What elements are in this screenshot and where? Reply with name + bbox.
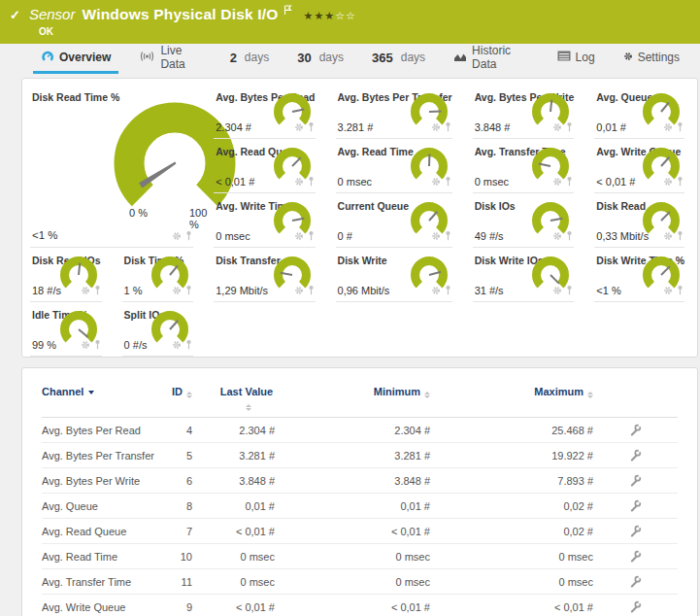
tab-overview-label: Overview bbox=[59, 51, 111, 64]
pin-icon[interactable] bbox=[307, 119, 316, 136]
pin-icon[interactable] bbox=[307, 227, 316, 245]
table-row: Avg. Bytes Per Read42.304 #2.304 #25.468… bbox=[42, 418, 678, 443]
gear-icon[interactable] bbox=[172, 282, 182, 299]
gear-icon[interactable] bbox=[294, 173, 304, 190]
pin-icon[interactable] bbox=[444, 282, 452, 299]
gauge-cell: Disk Read IOs18 #/s bbox=[30, 248, 102, 302]
pin-icon[interactable] bbox=[184, 336, 193, 354]
pin-icon[interactable] bbox=[676, 227, 684, 245]
gauge-cell: Current Queue0 # bbox=[336, 193, 452, 248]
gear-icon[interactable] bbox=[431, 119, 441, 136]
gauge-value: <1 % bbox=[596, 285, 620, 296]
gear-icon[interactable] bbox=[81, 282, 90, 299]
gear-icon[interactable] bbox=[663, 282, 673, 299]
table-header-row: Channel ID Last Value Minimum Maximum bbox=[42, 380, 678, 418]
gauge-cell: Disk Transfer1,29 Mbit/s bbox=[214, 248, 315, 302]
tab-30-days-number: 30 bbox=[297, 51, 311, 65]
wrench-icon[interactable] bbox=[629, 575, 642, 588]
gear-icon[interactable] bbox=[552, 173, 562, 190]
pin-icon[interactable] bbox=[565, 173, 574, 190]
gauge-cell: Avg. Queue0,01 # bbox=[594, 85, 684, 139]
cell-last-value: < 0,01 # bbox=[192, 526, 275, 537]
cell-id: 7 bbox=[163, 526, 192, 537]
gear-icon[interactable] bbox=[552, 282, 562, 299]
pin-icon[interactable] bbox=[565, 227, 574, 245]
gauge-value: 0 #/s bbox=[124, 339, 148, 351]
gauge-cell: Disk Write IOs31 #/s bbox=[473, 248, 575, 302]
wrench-icon[interactable] bbox=[629, 550, 642, 563]
wrench-icon[interactable] bbox=[629, 449, 642, 462]
gauge-cell: Avg. Bytes Per Transfer3.281 # bbox=[336, 85, 452, 139]
tab-live-data[interactable]: Live Data bbox=[131, 44, 209, 74]
tab-overview[interactable]: Overview bbox=[33, 44, 118, 74]
gear-icon[interactable] bbox=[552, 119, 562, 136]
tab-30-days[interactable]: 30 days bbox=[289, 44, 351, 74]
gear-icon[interactable] bbox=[431, 227, 441, 245]
cell-channel: Avg. Bytes Per Read bbox=[42, 425, 163, 436]
cell-last-value: 3.848 # bbox=[192, 475, 275, 487]
tab-settings[interactable]: Settings bbox=[616, 44, 687, 74]
pin-icon[interactable] bbox=[93, 282, 102, 299]
pin-icon[interactable] bbox=[676, 282, 684, 299]
cell-minimum: 0 msec bbox=[275, 576, 430, 588]
column-header-last-value[interactable]: Last Value bbox=[192, 386, 275, 411]
column-header-id[interactable]: ID bbox=[163, 386, 192, 398]
pin-icon[interactable] bbox=[676, 119, 684, 136]
gear-icon[interactable] bbox=[663, 173, 673, 190]
column-header-channel[interactable]: Channel bbox=[42, 386, 163, 397]
table-row: Avg. Transfer Time110 msec0 msec0 msec bbox=[42, 569, 678, 595]
priority-stars[interactable]: ★★★☆☆ bbox=[304, 10, 356, 22]
gear-icon[interactable] bbox=[294, 227, 304, 245]
pin-icon[interactable] bbox=[307, 173, 316, 190]
flag-icon[interactable] bbox=[283, 2, 292, 19]
gauge-value: 0 # bbox=[338, 230, 352, 242]
status-badge: OK bbox=[39, 26, 690, 37]
tab-log[interactable]: Log bbox=[550, 44, 603, 74]
gear-icon[interactable] bbox=[294, 282, 304, 299]
pin-icon[interactable] bbox=[676, 173, 684, 190]
gear-icon[interactable] bbox=[172, 336, 182, 354]
wrench-icon[interactable] bbox=[629, 499, 642, 512]
column-header-minimum[interactable]: Minimum bbox=[275, 386, 430, 398]
wrench-icon[interactable] bbox=[629, 525, 642, 537]
gear-icon[interactable] bbox=[663, 227, 673, 245]
pin-icon[interactable] bbox=[444, 227, 452, 245]
pin-icon[interactable] bbox=[444, 173, 452, 190]
cell-channel: Avg. Read Queue bbox=[42, 526, 163, 537]
cell-last-value: 0 msec bbox=[192, 551, 275, 563]
gear-icon[interactable] bbox=[431, 282, 441, 299]
gear-icon[interactable] bbox=[552, 227, 562, 245]
tab-2-days[interactable]: 2 days bbox=[222, 44, 278, 74]
wrench-icon[interactable] bbox=[629, 600, 642, 613]
pin-icon[interactable] bbox=[565, 282, 574, 299]
gauge-value: 49 #/s bbox=[475, 230, 504, 242]
tab-historic-data[interactable]: Historic Data bbox=[446, 44, 537, 74]
gauge-value: 0 msec bbox=[216, 230, 250, 242]
tab-live-data-label: Live Data bbox=[160, 44, 201, 71]
pin-icon[interactable] bbox=[184, 227, 193, 245]
pin-icon[interactable] bbox=[184, 282, 193, 299]
gauge-value: 0,96 Mbit/s bbox=[338, 285, 390, 296]
stars-filled[interactable]: ★★★ bbox=[304, 10, 336, 21]
gauge-value: 0 msec bbox=[475, 176, 509, 188]
gear-icon[interactable] bbox=[431, 173, 441, 190]
column-header-maximum[interactable]: Maximum bbox=[430, 386, 593, 398]
gauge-cell: Avg. Write Queue< 0,01 # bbox=[594, 139, 684, 193]
tab-365-days[interactable]: 365 days bbox=[364, 44, 433, 74]
wrench-icon[interactable] bbox=[629, 474, 642, 487]
stars-empty[interactable]: ☆☆ bbox=[335, 10, 356, 21]
gear-icon[interactable] bbox=[81, 336, 90, 354]
gear-icon[interactable] bbox=[663, 119, 673, 136]
wrench-icon[interactable] bbox=[629, 424, 642, 436]
gear-icon[interactable] bbox=[172, 227, 182, 245]
gear-icon[interactable] bbox=[294, 119, 304, 136]
cell-id: 10 bbox=[163, 551, 192, 563]
table-row: Avg. Bytes Per Write63.848 #3.848 #7.893… bbox=[42, 468, 678, 494]
cell-actions bbox=[593, 600, 678, 613]
pin-icon[interactable] bbox=[444, 119, 452, 136]
pin-icon[interactable] bbox=[565, 119, 574, 136]
cell-last-value: 3.281 # bbox=[192, 450, 275, 462]
main-gauge-min-label: 0 % bbox=[129, 207, 148, 219]
pin-icon[interactable] bbox=[307, 282, 316, 299]
pin-icon[interactable] bbox=[93, 336, 102, 354]
